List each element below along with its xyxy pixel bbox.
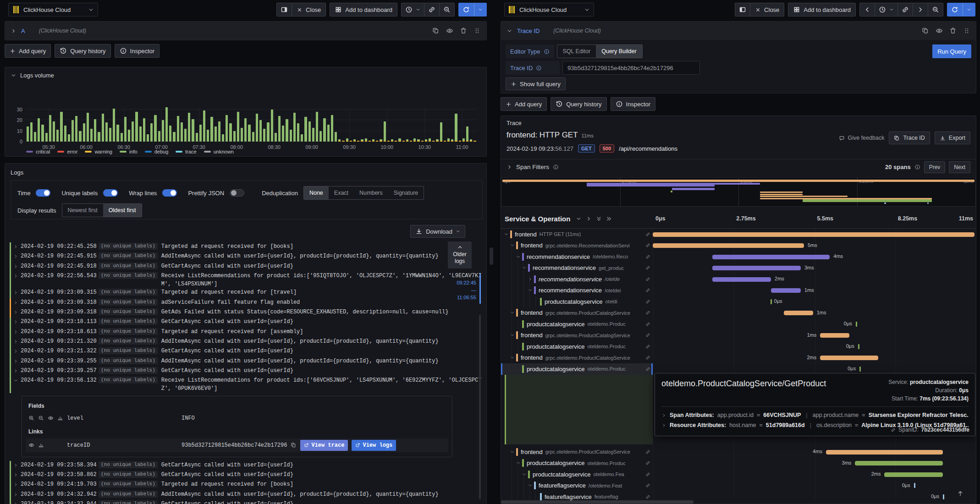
span-timeline-cell[interactable]: 2ms (653, 469, 976, 480)
expand-log-icon[interactable] (13, 347, 21, 356)
field-stats-icon[interactable] (38, 442, 44, 448)
expand-log-icon[interactable] (13, 272, 21, 281)
log-scroll-indicator[interactable] (479, 274, 481, 304)
collapse-one-icon[interactable] (576, 216, 582, 222)
toggle-field-visibility-icon[interactable] (48, 415, 54, 421)
view-trace-button[interactable]: View trace (300, 440, 348, 451)
trace-id-button[interactable]: Trace ID (889, 131, 930, 144)
zoom-out-button[interactable] (928, 3, 943, 16)
collapse-span-icon[interactable] (528, 288, 534, 293)
log-row[interactable]: 2024-02-19 09:23:21.322(no unique labels… (10, 347, 482, 356)
span-name-cell[interactable]: productcatalogserviceoteldemo.Produc (501, 341, 653, 352)
log-row[interactable]: 2024-02-19 09:22:45.258(no unique labels… (10, 242, 482, 252)
span-row[interactable]: productcatalogserviceoteldi0μs (501, 296, 976, 307)
run-refresh-button[interactable] (947, 3, 963, 16)
collapse-span-icon[interactable] (510, 333, 516, 338)
give-feedback-link[interactable]: Give feedback (839, 135, 884, 141)
collapse-span-icon[interactable] (522, 265, 528, 270)
span-timeline-cell[interactable]: 0μs (653, 318, 976, 330)
dedup-option-exact[interactable]: Exact (329, 186, 354, 199)
legend-item-trace[interactable]: trace (176, 149, 196, 154)
dedup-option-signature[interactable]: Signature (388, 186, 424, 199)
collapse-span-icon[interactable] (516, 460, 522, 466)
close-pane-button[interactable]: Close (292, 3, 326, 16)
span-row[interactable]: recommendationservice/otelde2ms (501, 274, 976, 285)
legend-item-critical[interactable]: critical (26, 149, 50, 154)
span-timeline-cell[interactable]: 0μs (653, 296, 976, 307)
left-datasource-picker[interactable]: ClickHouse Cloud (8, 3, 98, 16)
toggle-time[interactable] (36, 189, 50, 197)
collapse-all-icon[interactable] (596, 216, 602, 222)
span-row[interactable]: frontendgrpc.oteldemo.ProductCatalogServ… (501, 307, 976, 319)
legend-item-error[interactable]: error (57, 149, 77, 154)
span-link-icon[interactable] (645, 310, 650, 315)
collapse-span-icon[interactable] (510, 243, 516, 248)
toggle-field-visibility-icon[interactable] (28, 442, 34, 448)
editor-type-sql-editor[interactable]: SQL Editor (557, 45, 596, 58)
span-row[interactable]: frontendgrpc.oteldemo.ProductCatalogServ… (501, 446, 976, 458)
span-row[interactable]: recommendationservice/oteldei1ms (501, 285, 976, 296)
expand-log-icon[interactable] (13, 288, 21, 298)
log-row[interactable]: 2024-02-19 09:23:18.613(no unique labels… (10, 328, 482, 337)
time-shift-back-button[interactable] (859, 3, 875, 16)
span-row[interactable]: recommendationservice/oteldemo.Reco4ms (501, 251, 976, 263)
collapse-span-icon[interactable] (510, 355, 516, 360)
span-name-cell[interactable]: productcatalogserviceoteldemo.Produc (501, 318, 653, 330)
expand-log-icon[interactable] (13, 252, 21, 262)
next-span-button[interactable]: Next (949, 161, 970, 173)
toggle-prettify-json[interactable] (230, 189, 244, 197)
log-row[interactable]: 2024-02-19 09:23:09.318(no unique labels… (10, 308, 482, 318)
expand-log-icon[interactable] (13, 500, 21, 504)
logs-volume-header[interactable]: Logs volume (5, 67, 486, 83)
legend-item-warning[interactable]: warning (85, 149, 112, 154)
delete-query-icon[interactable] (949, 27, 957, 34)
refresh-interval-dropdown[interactable] (963, 3, 975, 16)
expand-one-icon[interactable] (586, 216, 592, 222)
span-row[interactable]: frontendgrpc.oteldemo.ProductCatalogServ… (501, 330, 976, 341)
collapse-span-icon[interactable] (504, 232, 510, 237)
time-range-picker-button[interactable] (875, 3, 898, 16)
span-name-cell[interactable]: productcatalogserviceoteldemo.Fea (501, 469, 653, 480)
inspector-button[interactable]: Inspector (115, 44, 160, 58)
dedup-option-numbers[interactable]: Numbers (354, 186, 388, 199)
span-timeline-cell[interactable]: 1ms (653, 307, 976, 319)
copy-query-icon[interactable] (432, 27, 440, 34)
span-row[interactable]: featureflagservice/oteldemo.Feat0μs (501, 480, 976, 492)
display-option-newest-first[interactable]: Newest first (62, 204, 103, 217)
span-timeline-cell[interactable]: 5ms (653, 240, 976, 252)
share-link-button[interactable] (898, 3, 913, 16)
trace-id-input[interactable]: 93b5d327129815e4bb26bc74e2b17296 (562, 61, 700, 75)
expand-log-icon[interactable] (13, 480, 21, 490)
zoom-out-button[interactable] (440, 3, 455, 16)
add-to-dashboard-button[interactable]: Add to dashboard (330, 3, 397, 16)
trace-horizontal-scrollbar[interactable] (501, 500, 976, 504)
export-button[interactable]: Export (935, 131, 970, 144)
span-link-icon[interactable] (645, 333, 650, 338)
trace-query-header[interactable]: Trace ID (ClickHouse Cloud) (501, 22, 976, 40)
span-row[interactable]: recommendationserviceget_produc3ms (501, 263, 976, 274)
span-row[interactable]: productcatalogserviceoteldemo.Fea2ms (501, 469, 976, 480)
view-logs-button[interactable]: View logs (352, 440, 396, 451)
span-link-icon[interactable] (645, 254, 650, 259)
pane-resize-handle[interactable] (490, 247, 493, 265)
span-name-cell[interactable]: frontendgrpc.oteldemo.ProductCatalogServ… (501, 352, 653, 364)
expand-log-icon[interactable] (13, 367, 21, 376)
right-datasource-picker[interactable]: ClickHouse Cloud (504, 3, 594, 16)
legend-item-unknown[interactable]: unknown (204, 149, 234, 154)
span-name-cell[interactable]: recommendationservice/oteldemo.Reco (501, 251, 653, 263)
span-attributes-row[interactable]: Span Attributes: app.product.id=66VCHSJN… (661, 410, 969, 420)
filter-for-value-icon[interactable] (28, 415, 34, 421)
expand-span-icon[interactable] (528, 277, 534, 282)
span-timeline-cell[interactable]: 4ms (653, 251, 976, 263)
span-filters-toggle[interactable]: Span Filters (507, 164, 559, 170)
add-to-dashboard-button[interactable]: Add to dashboard (788, 3, 856, 16)
log-row[interactable]: 2024-02-19 09:23:56.132(no unique labels… (10, 376, 482, 393)
add-query-button[interactable]: Add query (501, 97, 547, 111)
left-query-header[interactable]: A (ClickHouse Cloud) (5, 22, 486, 40)
span-timeline-cell[interactable]: 3ms (653, 458, 976, 469)
collapse-span-icon[interactable] (510, 310, 516, 315)
inspector-button[interactable]: Inspector (611, 97, 655, 111)
dedup-option-none[interactable]: None (304, 186, 329, 199)
expand-log-icon[interactable] (13, 298, 21, 308)
collapse-span-icon[interactable] (522, 472, 528, 477)
